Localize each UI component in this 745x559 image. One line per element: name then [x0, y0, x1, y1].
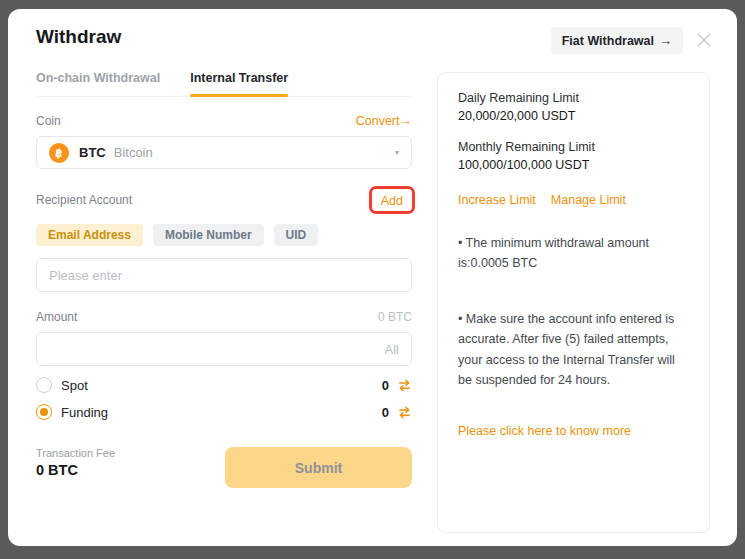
- coin-select[interactable]: ฿ BTC Bitcoin ▾: [36, 136, 412, 169]
- funding-balance: 0: [382, 405, 389, 420]
- daily-limit-label: Daily Remaining Limit: [458, 89, 689, 107]
- arrow-right-icon: →: [659, 33, 672, 48]
- withdrawal-tabs: On-chain Withdrawal Internal Transfer: [36, 71, 412, 97]
- withdraw-dialog: Withdraw Fiat Withdrawal → On-chain With…: [8, 9, 737, 546]
- recipient-type-chips: Email Address Mobile Number UID: [36, 224, 412, 246]
- convert-link[interactable]: Convert→: [356, 114, 412, 128]
- amount-input[interactable]: [36, 332, 412, 366]
- coin-name: Bitcoin: [114, 145, 153, 160]
- funding-transfer-icon[interactable]: [397, 405, 412, 420]
- funding-account-row: Funding 0: [36, 404, 412, 420]
- recipient-input[interactable]: [36, 258, 412, 292]
- dialog-title: Withdraw: [36, 26, 121, 48]
- chip-email-address[interactable]: Email Address: [36, 224, 143, 246]
- withdraw-form: On-chain Withdrawal Internal Transfer Co…: [36, 71, 412, 488]
- account-accuracy-note: • Make sure the account info entered is …: [458, 309, 689, 390]
- spot-account-row: Spot 0: [36, 377, 412, 393]
- spot-transfer-icon[interactable]: [397, 378, 412, 393]
- spot-radio[interactable]: [36, 377, 52, 393]
- btc-icon: ฿: [47, 141, 70, 164]
- increase-limit-link[interactable]: Increase Limit: [458, 191, 536, 209]
- add-recipient-link[interactable]: Add: [381, 194, 403, 208]
- fiat-withdrawal-label: Fiat Withdrawal: [562, 34, 654, 48]
- transaction-fee-value: 0 BTC: [36, 462, 115, 478]
- monthly-limit-label: Monthly Remaining Limit: [458, 138, 689, 156]
- recipient-account-label: Recipient Account: [36, 193, 132, 207]
- coin-symbol: BTC: [79, 145, 106, 160]
- tab-on-chain-withdrawal[interactable]: On-chain Withdrawal: [36, 71, 160, 96]
- transaction-fee-label: Transaction Fee: [36, 447, 115, 459]
- monthly-limit-value: 100,000/100,000 USDT: [458, 156, 689, 174]
- know-more-link[interactable]: Please click here to know more: [458, 422, 631, 440]
- tab-internal-transfer[interactable]: Internal Transfer: [190, 71, 288, 96]
- manage-limit-link[interactable]: Manage Limit: [551, 191, 626, 209]
- funding-label: Funding: [61, 405, 108, 420]
- submit-button[interactable]: Submit: [225, 447, 412, 488]
- daily-limit-value: 20,000/20,000 USDT: [458, 107, 689, 125]
- chip-mobile-number[interactable]: Mobile Number: [153, 224, 264, 246]
- fiat-withdrawal-button[interactable]: Fiat Withdrawal →: [551, 27, 683, 54]
- transaction-fee-block: Transaction Fee 0 BTC: [36, 447, 115, 478]
- min-withdrawal-note: • The minimum withdrawal amount is:0.000…: [458, 233, 689, 274]
- close-icon[interactable]: [695, 31, 713, 49]
- amount-balance: 0 BTC: [378, 310, 412, 324]
- amount-label: Amount: [36, 310, 77, 324]
- funding-radio[interactable]: [36, 404, 52, 420]
- coin-label: Coin: [36, 114, 61, 128]
- spot-balance: 0: [382, 378, 389, 393]
- chip-uid[interactable]: UID: [274, 224, 319, 246]
- spot-label: Spot: [61, 378, 88, 393]
- add-highlight-box: Add: [369, 186, 415, 214]
- chevron-down-icon: ▾: [395, 148, 399, 157]
- limits-info-panel: Daily Remaining Limit 20,000/20,000 USDT…: [437, 72, 710, 533]
